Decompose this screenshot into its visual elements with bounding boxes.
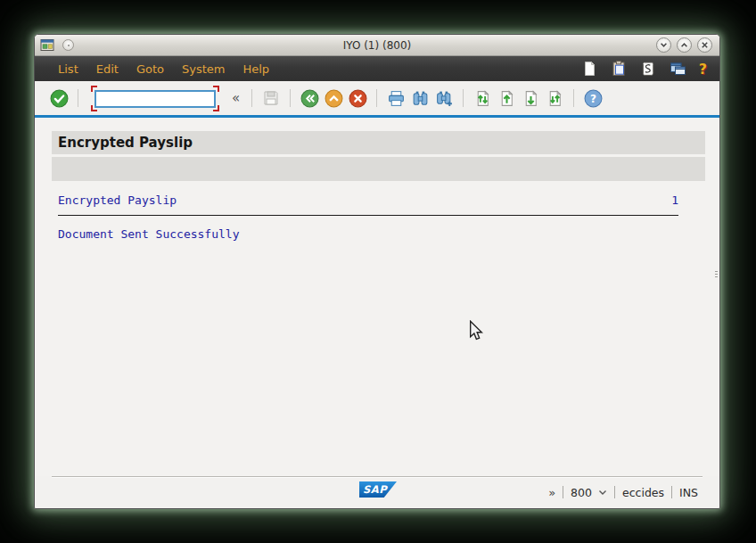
insert-mode-indicator: INS bbox=[679, 486, 698, 499]
dropdown-chevron-icon bbox=[598, 490, 607, 496]
toolbar-separator bbox=[251, 89, 252, 107]
help-icon[interactable]: ? bbox=[699, 61, 707, 78]
back-button[interactable] bbox=[300, 88, 319, 108]
exit-icon bbox=[325, 89, 343, 108]
standard-toolbar: « bbox=[35, 81, 719, 118]
toolbar-separator bbox=[573, 89, 574, 107]
cancel-icon bbox=[349, 89, 367, 108]
report-title: Encrypted Payslip bbox=[58, 193, 177, 207]
last-page-icon bbox=[546, 89, 564, 108]
report-message: Document Sent Successfully bbox=[58, 227, 678, 241]
server-name: eccides bbox=[622, 486, 664, 499]
page-down-icon bbox=[522, 89, 540, 108]
first-page-button[interactable] bbox=[472, 88, 492, 108]
toolbar-separator bbox=[290, 89, 291, 107]
client-number: 800 bbox=[571, 486, 592, 499]
command-field-focus-frame bbox=[91, 86, 219, 111]
chevron-down-icon bbox=[659, 40, 669, 50]
help-button[interactable]: ? bbox=[583, 88, 603, 108]
page-up-icon bbox=[497, 89, 516, 108]
sap-logo-text: SAP bbox=[363, 483, 387, 496]
splitter-grip[interactable] bbox=[713, 266, 719, 282]
back-icon bbox=[300, 89, 319, 108]
toolbar-separator bbox=[78, 89, 78, 107]
maximize-button[interactable] bbox=[677, 37, 692, 53]
menu-list[interactable]: List bbox=[49, 60, 87, 78]
find-next-button[interactable] bbox=[434, 88, 454, 108]
help-question-icon: ? bbox=[584, 89, 603, 108]
enter-button[interactable] bbox=[49, 88, 69, 108]
menu-goto[interactable]: Goto bbox=[127, 60, 173, 78]
toolbar-separator bbox=[376, 89, 377, 107]
script-icon[interactable] bbox=[639, 60, 657, 78]
collapse-toolbar-chevrons[interactable]: « bbox=[232, 90, 240, 106]
clipboard-icon[interactable] bbox=[610, 60, 628, 78]
new-session-icon[interactable] bbox=[580, 60, 598, 78]
focus-corner bbox=[213, 86, 219, 92]
session-menu-button[interactable] bbox=[62, 39, 74, 51]
window-title: IYO (1) (800) bbox=[35, 39, 719, 52]
cancel-button[interactable] bbox=[348, 88, 367, 108]
app-window-icon bbox=[40, 38, 54, 52]
sap-logo: SAP bbox=[359, 481, 397, 498]
save-floppy-icon bbox=[262, 89, 280, 107]
focus-corner bbox=[213, 105, 219, 111]
menubar: List Edit Goto System Help bbox=[35, 56, 719, 81]
menu-help[interactable]: Help bbox=[234, 60, 278, 78]
enter-check-icon bbox=[50, 89, 69, 108]
screen-titlebar: Encrypted Payslip bbox=[52, 131, 705, 154]
menu-system[interactable]: System bbox=[173, 60, 234, 78]
screen-title: Encrypted Payslip bbox=[58, 135, 193, 151]
statusbar-expand-chevrons[interactable]: » bbox=[548, 486, 555, 499]
system-dropdown[interactable]: 800 bbox=[571, 486, 607, 499]
toolbar-separator bbox=[463, 89, 464, 107]
first-page-icon bbox=[473, 89, 492, 108]
statusbar-separator bbox=[614, 486, 615, 498]
binoculars-icon bbox=[411, 89, 430, 108]
statusbar: SAP » 800 eccides INS bbox=[35, 476, 719, 508]
page-up-button[interactable] bbox=[497, 88, 516, 108]
last-page-button[interactable] bbox=[545, 88, 564, 108]
focus-corner bbox=[91, 105, 97, 111]
report-output: Encrypted Payslip 1 Document Sent Succes… bbox=[58, 193, 678, 241]
report-divider bbox=[58, 215, 678, 216]
print-button[interactable] bbox=[386, 88, 406, 108]
close-icon bbox=[700, 40, 710, 50]
focus-corner bbox=[91, 86, 97, 92]
gui-settings-icon[interactable] bbox=[669, 60, 687, 78]
menu-edit[interactable]: Edit bbox=[87, 60, 127, 78]
statusbar-separator bbox=[671, 486, 672, 498]
printer-icon bbox=[387, 89, 406, 108]
svg-text:?: ? bbox=[590, 92, 596, 104]
exit-button[interactable] bbox=[324, 88, 343, 108]
find-button[interactable] bbox=[410, 88, 430, 108]
sap-gui-window: IYO (1) (800) List Edit Goto System bbox=[34, 34, 720, 509]
statusbar-separator bbox=[563, 486, 563, 498]
chevron-up-icon bbox=[679, 40, 689, 50]
screen-area: Encrypted Payslip Encrypted Payslip 1 Do… bbox=[35, 118, 719, 476]
application-toolbar bbox=[52, 157, 705, 181]
minimize-button[interactable] bbox=[656, 37, 671, 53]
report-page-number: 1 bbox=[671, 193, 678, 207]
close-button[interactable] bbox=[697, 37, 712, 53]
page-down-button[interactable] bbox=[521, 88, 540, 108]
save-button[interactable] bbox=[261, 88, 281, 108]
window-titlebar[interactable]: IYO (1) (800) bbox=[35, 35, 719, 56]
command-field[interactable] bbox=[94, 90, 216, 108]
binoculars-plus-icon bbox=[435, 89, 454, 108]
